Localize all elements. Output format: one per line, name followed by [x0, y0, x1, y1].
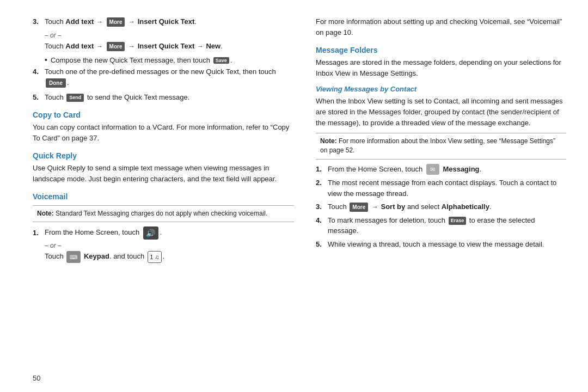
bullet-compose: • Compose the new Quick Text message, th… — [45, 56, 294, 64]
voicemail-step-1-content: From the Home Screen, touch 🔊. — [45, 226, 162, 240]
step-3b-content: Touch Add text → More → Insert Quick Tex… — [45, 41, 223, 52]
viewing-messages-body: When the Inbox View setting is set to Co… — [316, 96, 566, 128]
arrow-3: → — [96, 42, 103, 50]
step-4: 4. Touch one of the pre-defined messages… — [33, 66, 294, 88]
right-step-5-content: While viewing a thread, touch a message … — [328, 239, 544, 250]
arrow-4: → — [128, 42, 135, 50]
voicemail-intro-text: For more information about setting up an… — [316, 16, 566, 38]
inbox-note-label: Note: — [320, 137, 337, 145]
step-5-content: Touch Send to send the Quick Text messag… — [45, 92, 189, 103]
right-step-4-content: To mark messages for deletion, touch Era… — [328, 215, 566, 236]
right-step-2: 2. The most recent message from each con… — [316, 177, 566, 199]
right-column: For more information about setting up an… — [316, 16, 566, 381]
erase-button[interactable]: Erase — [449, 217, 467, 225]
page-number: 50 — [33, 374, 40, 382]
inbox-note-box: Note: For more information about the Inb… — [316, 133, 566, 160]
done-button[interactable]: Done — [46, 78, 66, 88]
arrow-right-3: → — [372, 203, 378, 211]
right-step-num-4: 4. — [316, 215, 326, 226]
right-step-5: 5. While viewing a thread, touch a messa… — [316, 239, 566, 250]
step-5: 5. Touch Send to send the Quick Text mes… — [33, 92, 294, 103]
more-button-right[interactable]: More — [350, 203, 368, 212]
step-number-4: 4. — [33, 66, 42, 77]
right-step-num-5: 5. — [316, 239, 326, 250]
copy-to-card-body: You can copy contact information to a VC… — [33, 122, 294, 144]
keypad-icon: ⌨ — [66, 251, 81, 263]
voicemail-icon: 🔊 — [143, 226, 158, 240]
copy-to-card-heading: Copy to Card — [33, 111, 294, 119]
message-folders-heading: Message Folders — [316, 46, 566, 54]
bullet-text: Compose the new Quick Text message, then… — [51, 56, 232, 64]
step-3b: Touch Add text → More → Insert Quick Tex… — [33, 41, 294, 52]
alphabetically-label: Alphabetically — [442, 203, 489, 211]
right-step-3: 3. Touch More → Sort by and select Alpha… — [316, 201, 566, 212]
inbox-note-text: For more information about the Inbox Vie… — [320, 137, 555, 154]
step-number-5: 5. — [33, 92, 42, 103]
voicemail-note-label: Note: — [37, 210, 54, 217]
quick-reply-body: Use Quick Reply to send a simple text me… — [33, 163, 294, 185]
insert-quick-text-label-2: Insert Quick Text — [138, 42, 195, 50]
new-label: New — [206, 42, 220, 50]
voicemail-step-1: 1. From the Home Screen, touch 🔊. — [33, 226, 294, 240]
voicemail-note-text: Standard Text Messaging charges do not a… — [56, 210, 267, 217]
step-3a-content: Touch Add text → More → Insert Quick Tex… — [45, 16, 197, 27]
viewing-messages-subheading: Viewing Messages by Contact — [316, 85, 566, 93]
right-step-num-1: 1. — [316, 164, 326, 175]
keypad-label: Keypad — [84, 253, 109, 261]
insert-quick-text-label-1: Insert Quick Text — [138, 17, 195, 26]
messaging-icon: ✉ — [426, 164, 439, 175]
right-step-3-content: Touch More → Sort by and select Alphabet… — [328, 201, 492, 212]
right-step-2-content: The most recent message from each contac… — [328, 177, 566, 199]
arrow-2: → — [128, 18, 135, 26]
arrow-5: → — [197, 42, 204, 50]
bullet-dot: • — [45, 56, 47, 64]
more-button-2[interactable]: More — [107, 42, 125, 51]
right-step-num-2: 2. — [316, 177, 326, 188]
voicemail-step-num-1: 1. — [33, 228, 42, 238]
voicemail-step-1b-content: Touch ⌨ Keypad. and touch 1 ♫. — [45, 251, 164, 263]
arrow-1: → — [96, 18, 103, 26]
voicemail-heading: Voicemail — [33, 192, 294, 201]
voicemail-note-box: Note: Standard Text Messaging charges do… — [33, 205, 294, 222]
one-icon: 1 ♫ — [148, 251, 162, 263]
sort-by-label: Sort by — [381, 203, 405, 211]
right-step-1: 1. From the Home Screen, touch ✉ Messagi… — [316, 164, 566, 175]
left-column: 3. Touch Add text → More → Insert Quick … — [33, 16, 294, 381]
voicemail-step-1b: Touch ⌨ Keypad. and touch 1 ♫. — [45, 251, 294, 263]
quick-reply-heading: Quick Reply — [33, 151, 294, 160]
more-button-1[interactable]: More — [107, 17, 125, 27]
add-text-label-1: Add text — [65, 17, 94, 26]
step-3a: 3. Touch Add text → More → Insert Quick … — [33, 16, 294, 27]
or-separator-voicemail: – or – — [45, 242, 294, 249]
save-button[interactable]: Save — [213, 57, 229, 64]
message-folders-body: Messages are stored in the message folde… — [316, 57, 566, 79]
right-step-1-content: From the Home Screen, touch ✉ Messaging. — [328, 164, 481, 175]
messaging-label: Messaging — [443, 165, 479, 173]
step-number-3: 3. — [33, 16, 42, 27]
step-4-content: Touch one of the pre-defined messages or… — [45, 66, 294, 88]
add-text-label-2: Add text — [65, 42, 94, 50]
or-separator-1: – or – — [45, 32, 294, 39]
right-step-num-3: 3. — [316, 201, 326, 212]
right-step-4: 4. To mark messages for deletion, touch … — [316, 215, 566, 236]
send-button[interactable]: Send — [66, 94, 84, 102]
